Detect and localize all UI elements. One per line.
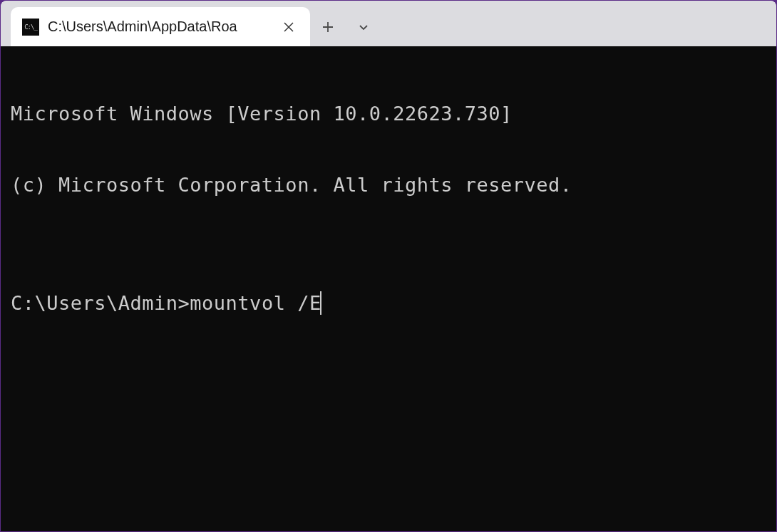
close-tab-button[interactable] <box>279 17 299 37</box>
tab-title: C:\Users\Admin\AppData\Roa <box>48 19 270 35</box>
terminal-prompt: C:\Users\Admin> <box>11 291 190 315</box>
new-tab-button[interactable] <box>310 7 346 46</box>
chevron-down-icon <box>358 21 369 33</box>
plus-icon <box>322 21 334 33</box>
terminal-command: mountvol /E <box>190 291 321 315</box>
close-icon <box>284 22 294 32</box>
terminal-window: C:\_ C:\Users\Admin\AppData\Roa M <box>1 1 776 531</box>
terminal-area[interactable]: Microsoft Windows [Version 10.0.22623.73… <box>1 46 776 531</box>
tab-dropdown-button[interactable] <box>346 7 381 46</box>
terminal-tab[interactable]: C:\_ C:\Users\Admin\AppData\Roa <box>11 7 310 46</box>
terminal-line: (c) Microsoft Corporation. All rights re… <box>11 173 766 197</box>
terminal-prompt-line: C:\Users\Admin>mountvol /E <box>11 291 766 315</box>
terminal-cursor <box>320 291 321 315</box>
cmd-icon: C:\_ <box>22 19 39 36</box>
terminal-line: Microsoft Windows [Version 10.0.22623.73… <box>11 102 766 125</box>
terminal-output: Microsoft Windows [Version 10.0.22623.73… <box>11 55 766 363</box>
titlebar: C:\_ C:\Users\Admin\AppData\Roa <box>1 1 776 46</box>
